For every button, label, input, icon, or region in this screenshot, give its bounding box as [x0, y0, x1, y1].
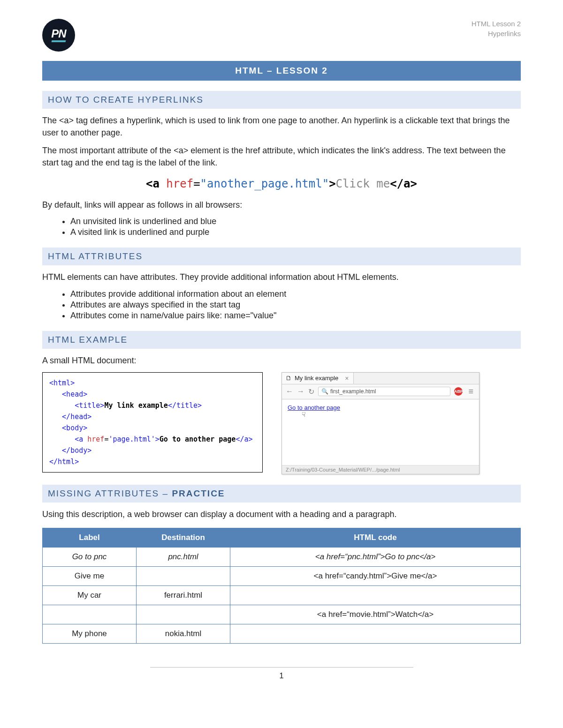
- paragraph: By default, links will appear as follows…: [42, 199, 521, 211]
- code-equals: =: [193, 177, 200, 190]
- footer-divider: [150, 667, 413, 668]
- tab-title: My link example: [295, 375, 338, 382]
- logo-text: PN: [51, 28, 66, 39]
- table-header-row: Label Destination HTML code: [43, 528, 521, 547]
- list-item: Attributes are always specified in the s…: [70, 300, 521, 310]
- address-bar[interactable]: 🔍 first_example.html: [318, 387, 450, 396]
- code-value: "another_page.html": [200, 177, 329, 190]
- cell-destination: pnc.html: [137, 547, 230, 566]
- cell-destination: [137, 605, 230, 624]
- th-label: Label: [43, 528, 137, 547]
- list-item: Attributes provide additional informatio…: [70, 289, 521, 299]
- table-row: My phonenokia.html: [43, 624, 521, 643]
- code-close-tag: </a>: [390, 177, 417, 190]
- th-dest: Destination: [137, 528, 230, 547]
- code-close-open: >: [329, 177, 335, 190]
- example-row: <html> <head> <title>My link example</ti…: [42, 372, 521, 474]
- table-row: Give me<a href=“candy.html”>Give me</a>: [43, 566, 521, 585]
- code-attr: href: [166, 177, 193, 190]
- code-block: <html> <head> <title>My link example</ti…: [42, 372, 263, 473]
- paragraph: The most important attribute of the <a> …: [42, 144, 521, 169]
- status-bar: Z:/Training/03-Course_Material/WEP/.../p…: [282, 465, 479, 474]
- practice-table: Label Destination HTML code Go to pncpnc…: [42, 528, 521, 644]
- cell-label: [43, 605, 137, 624]
- search-icon: 🔍: [321, 388, 328, 395]
- footer: 1: [42, 667, 521, 681]
- list-item: An unvisited link is underlined and blue: [70, 217, 521, 226]
- table-row: My carferrari.html: [43, 585, 521, 605]
- document-meta: HTML Lesson 2 Hyperlinks: [472, 19, 521, 38]
- bullet-list: An unvisited link is underlined and blue…: [42, 217, 521, 237]
- page-number: 1: [42, 671, 521, 681]
- menu-icon[interactable]: ≡: [466, 387, 475, 397]
- code-linktext: Click me: [336, 177, 390, 190]
- page-link[interactable]: Go to another page: [288, 404, 340, 411]
- practice-heading-bold: PRACTICE: [172, 488, 225, 498]
- list-item: A visited link is underlined and purple: [70, 227, 521, 237]
- paragraph: HTML elements can have attributes. They …: [42, 271, 521, 283]
- paragraph: The <a> tag defines a hyperlink, which i…: [42, 114, 521, 139]
- cell-destination: ferrari.html: [137, 585, 230, 605]
- document-page: PN HTML Lesson 2 Hyperlinks HTML – LESSO…: [0, 0, 563, 728]
- section-heading-example: HTML EXAMPLE: [42, 331, 521, 349]
- section-heading-practice: MISSING ATTRIBUTES – PRACTICE: [42, 485, 521, 503]
- cell-destination: nokia.html: [137, 624, 230, 643]
- cell-label: My phone: [43, 624, 137, 643]
- back-icon[interactable]: ←: [286, 387, 293, 396]
- paragraph: Using this description, a web browser ca…: [42, 508, 521, 520]
- cell-code: <a href=“candy.html”>Give me</a>: [230, 566, 521, 585]
- paragraph: A small HTML document:: [42, 354, 521, 367]
- browser-tabs: 🗋 My link example ×: [282, 373, 479, 384]
- browser-mock: 🗋 My link example × ← → ↻ 🔍 first_exampl…: [282, 372, 479, 474]
- close-icon[interactable]: ×: [345, 375, 349, 382]
- cell-code: [230, 585, 521, 605]
- cell-label: My car: [43, 585, 137, 605]
- header: PN HTML Lesson 2 Hyperlinks: [42, 19, 521, 52]
- code-open-tag: <a: [146, 177, 166, 190]
- browser-toolbar: ← → ↻ 🔍 first_example.html ABP ≡: [282, 384, 479, 399]
- meta-line-1: HTML Lesson 2: [472, 19, 521, 29]
- section-heading-attributes: HTML ATTRIBUTES: [42, 248, 521, 265]
- browser-tab[interactable]: 🗋 My link example ×: [282, 373, 354, 384]
- reload-icon[interactable]: ↻: [308, 387, 314, 396]
- forward-icon[interactable]: →: [297, 387, 304, 396]
- page-title: HTML – LESSON 2: [42, 61, 521, 81]
- bullet-list: Attributes provide additional informatio…: [42, 289, 521, 321]
- cell-label: Give me: [43, 566, 137, 585]
- list-item: Attributes come in name/value pairs like…: [70, 311, 521, 321]
- address-text: first_example.html: [330, 388, 376, 395]
- practice-heading-pre: MISSING ATTRIBUTES –: [48, 488, 172, 498]
- browser-viewport: Go to another page ☟: [282, 399, 479, 465]
- table-row: <a href=“movie.html”>Watch</a>: [43, 605, 521, 624]
- cell-code: <a href=“movie.html”>Watch</a>: [230, 605, 521, 624]
- extension-badge-icon[interactable]: ABP: [454, 387, 463, 396]
- cell-code: [230, 624, 521, 643]
- page-icon: 🗋: [286, 375, 292, 382]
- cell-destination: [137, 566, 230, 585]
- cursor-icon: ☟: [302, 411, 473, 418]
- code-hero: <a href="another_page.html">Click me</a>: [42, 177, 521, 190]
- cell-label: Go to pnc: [43, 547, 137, 566]
- meta-line-2: Hyperlinks: [472, 29, 521, 38]
- section-heading-hyperlinks: HOW TO CREATE HYPERLINKS: [42, 91, 521, 109]
- cell-code: <a href=“pnc.html”>Go to pnc</a>: [230, 547, 521, 566]
- logo-underline-icon: [51, 40, 66, 42]
- logo: PN: [42, 19, 75, 52]
- table-row: Go to pncpnc.html<a href=“pnc.html”>Go t…: [43, 547, 521, 566]
- th-code: HTML code: [230, 528, 521, 547]
